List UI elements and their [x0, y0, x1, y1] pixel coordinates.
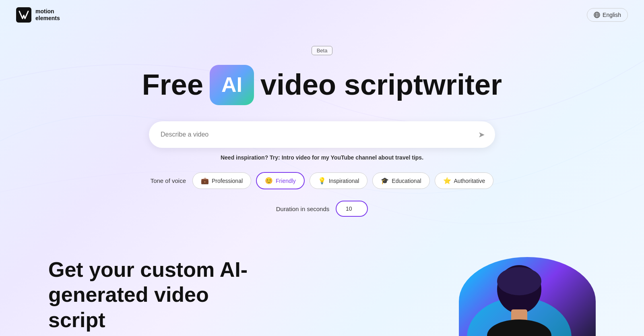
tone-inspirational[interactable]: 💡 Inspirational — [310, 172, 368, 189]
beta-badge: Beta — [312, 46, 333, 55]
search-bar: ➤ — [149, 121, 495, 148]
tone-of-voice-row: Tone of voice 💼 Professional 😊 Friendly … — [151, 172, 494, 189]
friendly-icon: 😊 — [265, 177, 273, 185]
authoritative-label: Authoritative — [454, 178, 485, 184]
title-free: Free — [142, 69, 203, 101]
inspirational-icon: 💡 — [318, 177, 326, 185]
duration-row: Duration in seconds — [276, 201, 368, 217]
inspiration-prefix: Need inspiration? Try: — [221, 154, 280, 161]
friendly-label: Friendly — [276, 178, 296, 184]
title-video-scriptwriter: video scriptwriter — [260, 69, 502, 101]
language-label: English — [603, 12, 621, 18]
tone-friendly[interactable]: 😊 Friendly — [256, 172, 305, 189]
bottom-title-line1: Get your custom AI- — [48, 258, 248, 281]
ai-badge: AI — [210, 65, 254, 105]
logo-icon — [16, 7, 31, 23]
bottom-section: Get your custom AI- generated video scri… — [0, 241, 644, 336]
hero-title: Free AI video scriptwriter — [142, 65, 502, 105]
bottom-title: Get your custom AI- generated video scri… — [48, 257, 270, 332]
logo[interactable]: motion elements — [16, 7, 60, 23]
tone-label: Tone of voice — [151, 177, 186, 184]
inspiration-example: Intro video for my YouTube channel about… — [282, 154, 423, 161]
language-selector[interactable]: English — [587, 8, 628, 22]
globe-icon — [594, 12, 600, 18]
professional-icon: 💼 — [201, 177, 209, 185]
header: motion elements English — [0, 0, 644, 30]
duration-label: Duration in seconds — [276, 205, 330, 212]
logo-text: motion elements — [35, 8, 60, 22]
educational-icon: 🎓 — [381, 177, 389, 185]
search-submit-button[interactable]: ➤ — [477, 128, 487, 141]
submit-arrow-icon: ➤ — [478, 130, 485, 139]
tone-educational[interactable]: 🎓 Educational — [372, 172, 429, 189]
authoritative-icon: ⭐ — [443, 177, 451, 185]
duration-input[interactable] — [336, 201, 368, 217]
tone-authoritative[interactable]: ⭐ Authoritative — [435, 172, 494, 189]
hero-section: Beta Free AI video scriptwriter ➤ Need i… — [0, 30, 644, 233]
person-silhouette — [459, 257, 580, 336]
svg-point-8 — [497, 267, 541, 295]
bottom-title-line2: generated video script — [48, 283, 209, 331]
search-input[interactable] — [161, 131, 477, 138]
professional-label: Professional — [212, 178, 243, 184]
tone-professional[interactable]: 💼 Professional — [192, 172, 251, 189]
inspirational-label: Inspirational — [329, 178, 359, 184]
educational-label: Educational — [392, 178, 421, 184]
inspiration-text: Need inspiration? Try: Intro video for m… — [221, 154, 423, 161]
person-image — [459, 257, 596, 336]
search-container: ➤ — [149, 121, 495, 148]
